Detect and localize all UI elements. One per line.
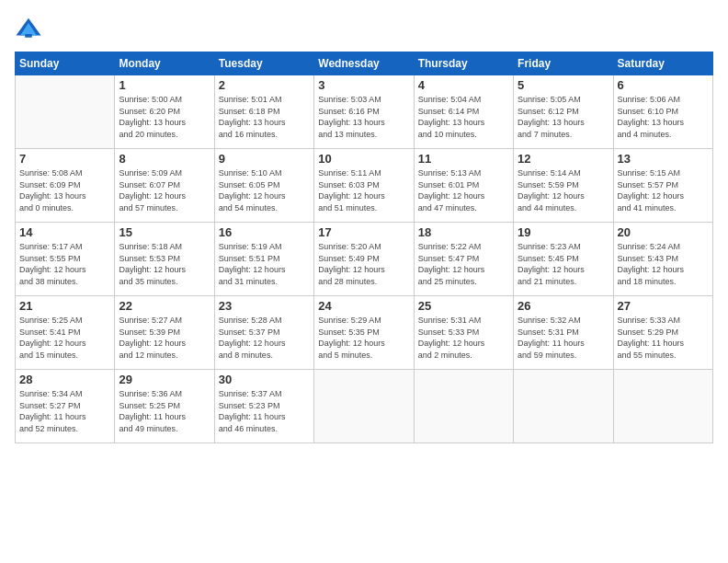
calendar-cell: 27Sunrise: 5:33 AM Sunset: 5:29 PM Dayli… [613,296,712,370]
day-number: 19 [518,225,609,239]
day-info: Sunrise: 5:00 AM Sunset: 6:20 PM Dayligh… [119,94,210,140]
day-info: Sunrise: 5:23 AM Sunset: 5:45 PM Dayligh… [518,241,609,287]
day-info: Sunrise: 5:15 AM Sunset: 5:57 PM Dayligh… [618,167,709,213]
day-info: Sunrise: 5:11 AM Sunset: 6:03 PM Dayligh… [318,167,409,213]
calendar-cell: 13Sunrise: 5:15 AM Sunset: 5:57 PM Dayli… [613,149,712,223]
calendar-cell: 23Sunrise: 5:28 AM Sunset: 5:37 PM Dayli… [214,296,313,370]
day-number: 25 [418,299,509,313]
calendar-cell: 15Sunrise: 5:18 AM Sunset: 5:53 PM Dayli… [115,223,214,296]
day-info: Sunrise: 5:17 AM Sunset: 5:55 PM Dayligh… [19,241,110,287]
day-info: Sunrise: 5:20 AM Sunset: 5:49 PM Dayligh… [318,241,409,287]
day-number: 8 [119,152,210,166]
day-info: Sunrise: 5:09 AM Sunset: 6:07 PM Dayligh… [119,167,210,213]
day-number: 18 [418,225,509,239]
week-row-5: 28Sunrise: 5:34 AM Sunset: 5:27 PM Dayli… [16,370,713,443]
day-number: 14 [19,225,110,239]
week-row-1: 1Sunrise: 5:00 AM Sunset: 6:20 PM Daylig… [16,75,713,149]
calendar-cell [414,370,513,443]
day-info: Sunrise: 5:28 AM Sunset: 5:37 PM Dayligh… [219,315,310,361]
day-number: 2 [219,78,310,92]
header-row: SundayMondayTuesdayWednesdayThursdayFrid… [16,52,713,75]
calendar-cell: 6Sunrise: 5:06 AM Sunset: 6:10 PM Daylig… [613,75,712,149]
day-info: Sunrise: 5:06 AM Sunset: 6:10 PM Dayligh… [618,94,709,140]
day-header-monday: Monday [115,52,214,75]
week-row-4: 21Sunrise: 5:25 AM Sunset: 5:41 PM Dayli… [16,296,713,370]
day-info: Sunrise: 5:08 AM Sunset: 6:09 PM Dayligh… [19,167,110,213]
calendar-cell: 21Sunrise: 5:25 AM Sunset: 5:41 PM Dayli… [16,296,115,370]
calendar-cell: 3Sunrise: 5:03 AM Sunset: 6:16 PM Daylig… [314,75,414,149]
day-header-tuesday: Tuesday [214,52,313,75]
calendar-cell: 10Sunrise: 5:11 AM Sunset: 6:03 PM Dayli… [314,149,414,223]
calendar-cell: 16Sunrise: 5:19 AM Sunset: 5:51 PM Dayli… [214,223,313,296]
day-number: 16 [219,225,310,239]
calendar-cell: 5Sunrise: 5:05 AM Sunset: 6:12 PM Daylig… [514,75,613,149]
day-number: 15 [119,225,210,239]
day-info: Sunrise: 5:04 AM Sunset: 6:14 PM Dayligh… [418,94,509,140]
day-number: 20 [618,225,709,239]
day-number: 17 [318,225,409,239]
day-number: 3 [318,78,409,92]
day-info: Sunrise: 5:13 AM Sunset: 6:01 PM Dayligh… [418,167,509,213]
calendar-cell [314,370,414,443]
day-header-thursday: Thursday [414,52,513,75]
day-info: Sunrise: 5:29 AM Sunset: 5:35 PM Dayligh… [318,315,409,361]
calendar-cell: 17Sunrise: 5:20 AM Sunset: 5:49 PM Dayli… [314,223,414,296]
day-info: Sunrise: 5:27 AM Sunset: 5:39 PM Dayligh… [119,315,210,361]
day-header-saturday: Saturday [613,52,712,75]
day-info: Sunrise: 5:33 AM Sunset: 5:29 PM Dayligh… [618,315,709,361]
day-number: 24 [318,299,409,313]
day-info: Sunrise: 5:22 AM Sunset: 5:47 PM Dayligh… [418,241,509,287]
day-info: Sunrise: 5:01 AM Sunset: 6:18 PM Dayligh… [219,94,310,140]
day-number: 23 [219,299,310,313]
day-info: Sunrise: 5:36 AM Sunset: 5:25 PM Dayligh… [119,388,210,434]
calendar-cell: 9Sunrise: 5:10 AM Sunset: 6:05 PM Daylig… [214,149,313,223]
day-number: 1 [119,78,210,92]
day-header-wednesday: Wednesday [314,52,414,75]
day-number: 5 [518,78,609,92]
day-info: Sunrise: 5:03 AM Sunset: 6:16 PM Dayligh… [318,94,409,140]
calendar-cell: 25Sunrise: 5:31 AM Sunset: 5:33 PM Dayli… [414,296,513,370]
calendar-cell [613,370,712,443]
day-info: Sunrise: 5:25 AM Sunset: 5:41 PM Dayligh… [19,315,110,361]
calendar-cell: 7Sunrise: 5:08 AM Sunset: 6:09 PM Daylig… [16,149,115,223]
header [15,15,713,42]
day-info: Sunrise: 5:24 AM Sunset: 5:43 PM Dayligh… [618,241,709,287]
day-info: Sunrise: 5:19 AM Sunset: 5:51 PM Dayligh… [219,241,310,287]
calendar-cell: 30Sunrise: 5:37 AM Sunset: 5:23 PM Dayli… [214,370,313,443]
day-number: 21 [19,299,110,313]
day-info: Sunrise: 5:18 AM Sunset: 5:53 PM Dayligh… [119,241,210,287]
day-number: 4 [418,78,509,92]
day-number: 22 [119,299,210,313]
calendar-cell: 11Sunrise: 5:13 AM Sunset: 6:01 PM Dayli… [414,149,513,223]
day-number: 10 [318,152,409,166]
calendar-cell [16,75,115,149]
day-number: 11 [418,152,509,166]
calendar-body: 1Sunrise: 5:00 AM Sunset: 6:20 PM Daylig… [16,75,713,443]
week-row-2: 7Sunrise: 5:08 AM Sunset: 6:09 PM Daylig… [16,149,713,223]
page: SundayMondayTuesdayWednesdayThursdayFrid… [0,0,728,563]
day-info: Sunrise: 5:37 AM Sunset: 5:23 PM Dayligh… [219,388,310,434]
day-info: Sunrise: 5:31 AM Sunset: 5:33 PM Dayligh… [418,315,509,361]
calendar-cell [514,370,613,443]
day-number: 30 [219,373,310,386]
calendar-cell: 28Sunrise: 5:34 AM Sunset: 5:27 PM Dayli… [16,370,115,443]
day-number: 7 [19,152,110,166]
calendar-cell: 14Sunrise: 5:17 AM Sunset: 5:55 PM Dayli… [16,223,115,296]
calendar-cell: 12Sunrise: 5:14 AM Sunset: 5:59 PM Dayli… [514,149,613,223]
day-number: 29 [119,373,210,386]
logo [15,15,46,42]
day-number: 6 [618,78,709,92]
calendar-cell: 2Sunrise: 5:01 AM Sunset: 6:18 PM Daylig… [214,75,313,149]
calendar-cell: 19Sunrise: 5:23 AM Sunset: 5:45 PM Dayli… [514,223,613,296]
calendar-cell: 1Sunrise: 5:00 AM Sunset: 6:20 PM Daylig… [115,75,214,149]
calendar-cell: 18Sunrise: 5:22 AM Sunset: 5:47 PM Dayli… [414,223,513,296]
day-header-friday: Friday [514,52,613,75]
day-number: 9 [219,152,310,166]
day-info: Sunrise: 5:32 AM Sunset: 5:31 PM Dayligh… [518,315,609,361]
calendar-cell: 22Sunrise: 5:27 AM Sunset: 5:39 PM Dayli… [115,296,214,370]
calendar-header: SundayMondayTuesdayWednesdayThursdayFrid… [16,52,713,75]
day-number: 13 [618,152,709,166]
week-row-3: 14Sunrise: 5:17 AM Sunset: 5:55 PM Dayli… [16,223,713,296]
day-number: 26 [518,299,609,313]
calendar-cell: 20Sunrise: 5:24 AM Sunset: 5:43 PM Dayli… [613,223,712,296]
